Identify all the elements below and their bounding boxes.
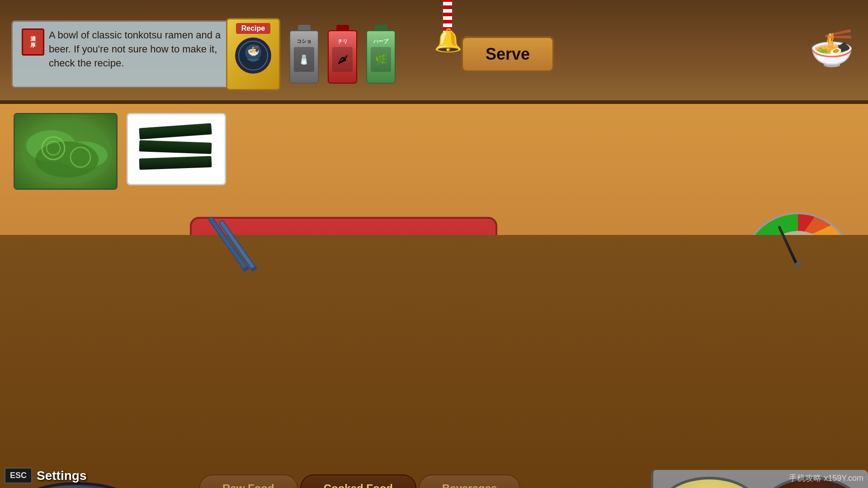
bottom-area: 🔥 Raw Food Cooked Food Beverages [0, 235, 868, 488]
top-shelf: 濃厚 A bowl of classic tonkotsu ramen and … [0, 0, 868, 104]
recipe-label: Recipe [236, 23, 270, 34]
counter-surface: 🗑️ [0, 104, 868, 249]
svg-rect-11 [219, 220, 256, 270]
vegetable-tray[interactable] [14, 113, 118, 190]
svg-text:🍜: 🍜 [247, 45, 260, 57]
spice-area: コショ 🧂 チリ 🌶 ハーブ 🌿 [289, 25, 396, 84]
spice-chili[interactable]: チリ 🌶 [328, 25, 357, 84]
esc-key: ESC [5, 468, 32, 483]
watermark: 手机攻略 x159Y.com [789, 473, 863, 483]
recipe-text: A bowl of classic tonkotsu ramen and a b… [49, 28, 225, 70]
recipe-book-button[interactable]: Recipe 🍜 [226, 18, 280, 90]
settings-label: Settings [37, 469, 86, 483]
spice-herb[interactable]: ハーブ 🌿 [366, 25, 396, 84]
svg-point-6 [35, 141, 99, 178]
recipe-text-box: 濃厚 A bowl of classic tonkotsu ramen and … [11, 20, 235, 88]
esc-settings-area[interactable]: ESC Settings [5, 468, 86, 483]
shelf-bowl: 🍜 [809, 27, 854, 70]
recipe-image: 🍜 [235, 38, 271, 74]
bell[interactable]: 🔔 [434, 27, 462, 53]
nori-tray[interactable] [127, 113, 226, 185]
nori-sheets [135, 121, 218, 173]
recipe-stamp: 濃厚 [22, 28, 44, 56]
tab-cooked-food[interactable]: Cooked Food [300, 474, 416, 488]
tab-beverages[interactable]: Beverages [419, 474, 520, 488]
sauce-pot-1[interactable] [660, 477, 759, 488]
vegetables [15, 114, 116, 188]
spice-pepper[interactable]: コショ 🧂 [289, 25, 319, 84]
food-tabs: Raw Food Cooked Food Beverages [199, 474, 520, 488]
serve-button[interactable]: Serve [461, 36, 554, 72]
tab-raw-food[interactable]: Raw Food [199, 474, 298, 488]
